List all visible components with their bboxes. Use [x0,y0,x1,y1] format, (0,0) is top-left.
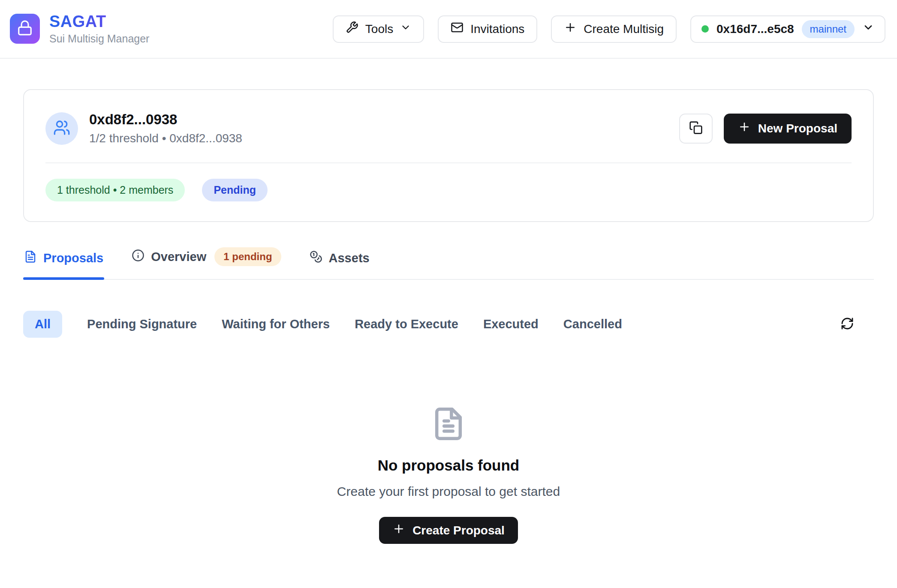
multisig-card-actions: New Proposal [679,114,852,144]
new-proposal-button[interactable]: New Proposal [724,114,852,144]
wallet-address: 0x16d7...e5c8 [716,22,794,36]
lock-icon [17,20,33,38]
network-badge: mainnet [802,20,855,38]
copy-address-button[interactable] [679,114,713,144]
pending-count-badge: 1 pending [214,247,281,266]
proposal-filters: All Pending Signature Waiting for Others… [23,311,874,338]
empty-state: No proposals found Create your first pro… [0,406,897,544]
multisig-address-title: 0xd8f2...0938 [89,111,242,128]
plus-icon [392,522,405,538]
app-tagline: Sui Multisig Manager [49,33,149,45]
info-icon [132,249,144,265]
mail-icon [451,21,464,37]
document-icon [431,406,466,443]
card-divider [45,162,852,163]
tab-proposals-label: Proposals [43,251,103,265]
tab-assets-label: Assets [329,251,370,265]
brand-text: SAGAT Sui Multisig Manager [49,13,149,45]
wrench-icon [346,21,358,37]
main-tabs: Proposals Overview 1 pending Assets [23,245,874,280]
copy-icon [689,121,703,136]
plus-icon [738,120,751,136]
chevron-down-icon [862,21,874,36]
tools-button[interactable]: Tools [333,15,424,43]
new-proposal-label: New Proposal [758,122,837,135]
empty-state-title: No proposals found [378,457,520,474]
filter-all[interactable]: All [23,311,62,338]
create-proposal-label: Create Proposal [412,524,505,537]
tab-proposals[interactable]: Proposals [23,248,104,279]
app-title: SAGAT [49,13,149,31]
tab-overview[interactable]: Overview 1 pending [131,245,282,279]
create-multisig-label: Create Multisig [584,22,664,36]
status-badge: Pending [202,179,268,201]
members-threshold-badge: 1 threshold • 2 members [45,179,185,201]
create-proposal-button[interactable]: Create Proposal [379,517,518,544]
multisig-badges: 1 threshold • 2 members Pending [45,179,852,201]
multisig-identity: 0xd8f2...0938 1/2 threshold • 0xd8f2...0… [45,111,242,145]
invitations-label: Invitations [470,22,524,36]
app-logo [10,14,40,44]
users-icon [53,119,70,138]
active-tab-indicator [23,277,104,280]
tab-assets[interactable]: Assets [309,248,370,279]
multisig-subtitle: 1/2 threshold • 0xd8f2...0938 [89,132,242,145]
coins-icon [310,250,322,266]
multisig-avatar [45,112,78,145]
app-header: SAGAT Sui Multisig Manager Tools [0,0,897,59]
refresh-icon [840,317,854,332]
empty-state-subtitle: Create your first proposal to get starte… [337,484,560,499]
brand: SAGAT Sui Multisig Manager [10,13,149,45]
invitations-button[interactable]: Invitations [438,15,537,43]
filter-waiting-for-others[interactable]: Waiting for Others [222,317,330,331]
wallet-account-button[interactable]: 0x16d7...e5c8 mainnet [690,15,885,43]
multisig-card: 0xd8f2...0938 1/2 threshold • 0xd8f2...0… [23,89,874,222]
create-multisig-button[interactable]: Create Multisig [551,15,677,43]
plus-icon [564,21,577,37]
multisig-card-top: 0xd8f2...0938 1/2 threshold • 0xd8f2...0… [45,111,852,145]
filter-pending-signature[interactable]: Pending Signature [87,317,197,331]
refresh-button[interactable] [840,317,854,332]
chevron-down-icon [400,22,411,36]
multisig-title-block: 0xd8f2...0938 1/2 threshold • 0xd8f2...0… [89,111,242,145]
tools-label: Tools [365,22,393,36]
connection-status-dot [701,25,709,33]
file-text-icon [24,250,37,266]
header-actions: Tools Invitations Create Multisig [333,15,885,43]
filter-executed[interactable]: Executed [483,317,539,331]
tab-overview-label: Overview [151,250,206,264]
filter-ready-to-execute[interactable]: Ready to Execute [355,317,458,331]
filter-cancelled[interactable]: Cancelled [563,317,622,331]
